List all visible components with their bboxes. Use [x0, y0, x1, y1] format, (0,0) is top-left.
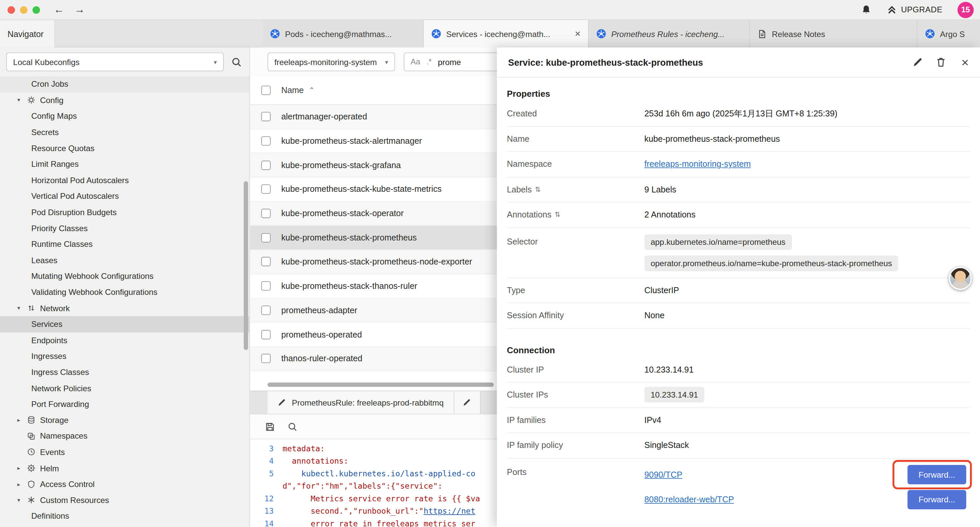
sidebar-item-network-policies[interactable]: Network Policies — [0, 380, 250, 396]
property-row-cluster-ips: Cluster IPs 10.233.14.91 — [507, 382, 970, 408]
sidebar-item-horizontal-pod-autoscalers[interactable]: Horizontal Pod Autoscalers — [0, 172, 250, 188]
sidebar-item-namespaces[interactable]: Namespaces — [0, 428, 250, 444]
pencil-icon — [277, 398, 286, 407]
close-window-button[interactable] — [7, 6, 15, 13]
sidebar-item-priority-classes[interactable]: Priority Classes — [0, 220, 250, 236]
sidebar-group-access-control[interactable]: ▸ Access Control — [0, 476, 250, 492]
sidebar-item-limit-ranges[interactable]: Limit Ranges — [0, 156, 250, 172]
horizontal-scrollbar[interactable] — [267, 382, 494, 387]
tab-pods[interactable]: Pods - icecheng@mathmas... — [262, 20, 424, 47]
sidebar-item-endpoints[interactable]: Endpoints — [0, 332, 250, 348]
notification-count-badge[interactable]: 15 — [958, 2, 974, 18]
sidebar-item-ingresses[interactable]: Ingresses — [0, 348, 250, 364]
row-checkbox[interactable] — [261, 185, 270, 194]
sidebar-item-leases[interactable]: Leases — [0, 252, 250, 268]
select-all-checkbox[interactable] — [261, 86, 270, 95]
sidebar-item-resource-quotas[interactable]: Resource Quotas — [0, 140, 250, 156]
sidebar-group-storage[interactable]: ▸ Storage — [0, 412, 250, 428]
sidebar-item-validating-webhook-configurations[interactable]: Validating Webhook Configurations — [0, 284, 250, 300]
editor-search-icon[interactable] — [288, 422, 298, 431]
match-case-toggle[interactable]: Aa — [410, 57, 420, 66]
sidebar-item-config-maps[interactable]: Config Maps — [0, 108, 250, 124]
pencil-icon — [463, 398, 471, 407]
row-checkbox[interactable] — [261, 233, 270, 242]
namespace-link[interactable]: freeleaps-monitoring-system — [644, 159, 751, 169]
sidebar-item-port-forwarding[interactable]: Port Forwarding — [0, 396, 250, 412]
storage-icon — [26, 415, 37, 425]
property-row-created: Created 253d 16h 6m ago (2025年1月13日 GMT+… — [507, 101, 970, 127]
forward-button[interactable]: → — [75, 4, 85, 15]
upgrade-icon — [886, 5, 897, 15]
selector-badge: operator.prometheus.io/name=kube-prometh… — [644, 255, 898, 271]
expand-collapse-icon[interactable]: ⇅ — [535, 185, 541, 193]
row-checkbox[interactable] — [261, 306, 270, 315]
sidebar-group-helm[interactable]: ▸ Helm — [0, 460, 250, 476]
network-icon — [26, 303, 37, 313]
row-checkbox[interactable] — [261, 354, 270, 363]
tab-argo[interactable]: Argo S — [918, 20, 980, 47]
sidebar-item-pod-disruption-budgets[interactable]: Pod Disruption Budgets — [0, 204, 250, 220]
upgrade-button[interactable]: UPGRADE — [886, 5, 942, 15]
clock-icon — [26, 447, 37, 457]
sidebar-scrollbar[interactable] — [244, 181, 248, 350]
row-checkbox[interactable] — [261, 209, 270, 218]
close-tab-icon[interactable]: × — [575, 28, 581, 39]
sidebar-item-secrets[interactable]: Secrets — [0, 124, 250, 140]
forward-port-button[interactable]: Forward... — [908, 490, 966, 509]
property-row-selector: Selector app.kubernetes.io/name=promethe… — [507, 228, 970, 278]
namespace-selector[interactable]: freeleaps-monitoring-system ▾ — [267, 53, 395, 71]
forward-port-button[interactable]: Forward... — [908, 465, 966, 484]
row-checkbox[interactable] — [261, 257, 270, 266]
kubeconfig-selector[interactable]: Local Kubeconfigs ▾ — [6, 53, 224, 71]
navigator-header: Navigator — [0, 20, 55, 47]
caret-down-icon: ▾ — [15, 497, 22, 503]
tab-release-notes[interactable]: Release Notes — [750, 20, 917, 47]
sidebar-item-definitions[interactable]: Definitions — [0, 508, 250, 524]
tab-prometheus-rules[interactable]: Prometheus Rules - icecheng... — [589, 20, 750, 47]
tab-services[interactable]: Services - icecheng@math... × — [424, 20, 589, 47]
sidebar-item-events[interactable]: Events — [0, 444, 250, 460]
tab-strip: Navigator Pods - icecheng@mathmas... Ser… — [0, 20, 980, 47]
port-link[interactable]: 9090/TCP — [644, 470, 682, 479]
property-row-ip-family-policy: IP family policy SingleStack — [507, 433, 970, 458]
service-detail-drawer: Service: kube-prometheus-stack-prometheu… — [497, 47, 980, 527]
notifications-bell-icon[interactable] — [860, 4, 872, 15]
row-checkbox[interactable] — [261, 112, 270, 121]
sidebar-item-ingress-classes[interactable]: Ingress Classes — [0, 364, 250, 380]
sidebar-group-config[interactable]: ▾ Config — [0, 92, 250, 108]
regex-toggle[interactable]: .* — [426, 57, 432, 66]
sidebar-item-runtime-classes[interactable]: Runtime Classes — [0, 236, 250, 252]
minimize-window-button[interactable] — [20, 6, 27, 13]
sidebar-item-mutating-webhook-configurations[interactable]: Mutating Webhook Configurations — [0, 268, 250, 284]
port-link[interactable]: 8080:reloader-web/TCP — [644, 495, 734, 504]
sidebar-item-vertical-pod-autoscalers[interactable]: Vertical Pod Autoscalers — [0, 188, 250, 204]
document-icon — [757, 29, 767, 38]
chevron-down-icon: ▾ — [214, 58, 217, 65]
port-row: 8080:reloader-web/TCP Forward... — [644, 490, 966, 509]
row-checkbox[interactable] — [261, 161, 270, 170]
property-row-annotations: Annotations⇅ 2 Annotations — [507, 202, 970, 228]
back-button[interactable]: ← — [54, 4, 64, 15]
save-icon[interactable] — [265, 422, 275, 431]
navigator-title: Navigator — [7, 29, 43, 38]
sidebar-item-services[interactable]: Services — [0, 316, 250, 332]
upgrade-label: UPGRADE — [901, 5, 942, 14]
sidebar-group-custom-resources[interactable]: ▾ Custom Resources — [0, 492, 250, 508]
zoom-window-button[interactable] — [32, 6, 40, 13]
sidebar-item-cron-jobs[interactable]: Cron Jobs — [0, 76, 250, 92]
expand-collapse-icon[interactable]: ⇅ — [555, 211, 560, 219]
sidebar-search-icon[interactable] — [231, 57, 242, 67]
delete-trash-icon[interactable] — [936, 57, 947, 68]
dock-tab[interactable] — [454, 391, 480, 414]
caret-right-icon: ▸ — [15, 465, 22, 471]
row-checkbox[interactable] — [261, 137, 270, 146]
row-checkbox[interactable] — [261, 281, 270, 291]
edit-pencil-icon[interactable] — [913, 57, 923, 68]
row-checkbox[interactable] — [261, 330, 270, 339]
property-row-ip-families: IP families IPv4 — [507, 408, 970, 433]
dock-tab-prometheusrule[interactable]: PrometheusRule: freeleaps-prod-rabbitmq — [267, 391, 454, 414]
drawer-close-icon[interactable]: × — [961, 56, 969, 68]
user-avatar[interactable] — [949, 267, 972, 290]
name-column-header[interactable]: Name — [281, 86, 304, 95]
sidebar-group-network[interactable]: ▾ Network — [0, 300, 250, 316]
